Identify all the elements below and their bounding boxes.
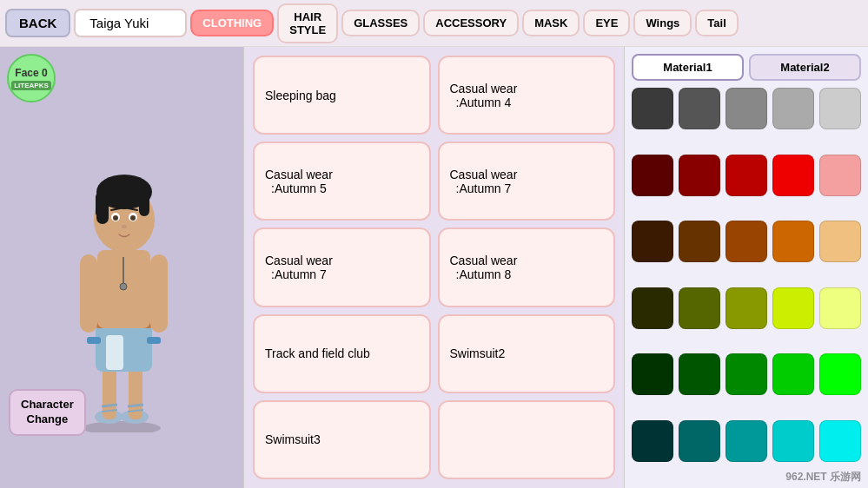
color-swatch-29[interactable] <box>819 420 861 462</box>
color-swatch-9[interactable] <box>819 155 861 196</box>
svg-point-27 <box>122 225 127 228</box>
back-button[interactable]: BACK <box>5 9 70 37</box>
face-badge[interactable]: Face 0 LITEAPKS <box>7 54 56 102</box>
character-preview-panel: Face 0 LITEAPKS <box>0 47 243 488</box>
color-swatch-27[interactable] <box>726 420 767 462</box>
tab-glasses[interactable]: GLASSES <box>341 10 420 36</box>
color-swatch-26[interactable] <box>679 420 720 462</box>
clothing-item-casual-autumn-7b[interactable]: Casual wear :Autumn 7 <box>253 228 431 307</box>
color-swatch-17[interactable] <box>726 287 767 329</box>
svg-rect-20 <box>139 192 149 216</box>
color-swatch-18[interactable] <box>772 287 814 329</box>
color-grid <box>632 88 861 481</box>
material1-tab[interactable]: Material1 <box>632 54 744 81</box>
clothing-item-casual-autumn-5[interactable]: Casual wear :Autumn 5 <box>253 142 431 221</box>
svg-point-0 <box>83 421 161 432</box>
color-swatch-13[interactable] <box>772 221 814 262</box>
color-swatch-6[interactable] <box>679 155 720 196</box>
material2-tab[interactable]: Material2 <box>749 54 861 81</box>
color-swatch-19[interactable] <box>819 287 861 329</box>
svg-line-28 <box>102 405 117 406</box>
clothing-item-sleeping-bag[interactable]: Sleeping bag <box>253 56 431 135</box>
clothing-item-empty[interactable] <box>438 400 616 479</box>
clothing-item-casual-autumn-8[interactable]: Casual wear :Autumn 8 <box>438 228 616 307</box>
clothing-item-swimsuit2[interactable]: Swimsuit2 <box>438 314 616 393</box>
color-swatch-23[interactable] <box>772 353 814 395</box>
color-swatch-14[interactable] <box>819 221 861 262</box>
clothing-list-panel: Sleeping bag Casual wear :Autumn 4 Casua… <box>243 47 625 488</box>
svg-rect-5 <box>96 324 152 372</box>
svg-rect-19 <box>96 192 106 218</box>
tab-clothing[interactable]: CLOTHING <box>190 10 274 36</box>
color-swatch-5[interactable] <box>632 155 673 196</box>
tab-hairstyle[interactable]: HAIR STYLE <box>277 3 338 43</box>
color-swatch-7[interactable] <box>726 155 767 196</box>
clothing-item-casual-autumn-4[interactable]: Casual wear :Autumn 4 <box>438 56 616 135</box>
tab-wings[interactable]: Wings <box>633 10 692 36</box>
color-swatch-12[interactable] <box>726 221 767 262</box>
liteapks-label: LITEAPKS <box>11 81 51 90</box>
svg-point-24 <box>130 215 136 221</box>
clothing-item-swimsuit3[interactable]: Swimsuit3 <box>253 400 431 479</box>
color-swatch-3[interactable] <box>772 88 814 129</box>
clothing-item-track-field[interactable]: Track and field club <box>253 314 431 393</box>
color-swatch-25[interactable] <box>632 420 673 462</box>
color-swatch-0[interactable] <box>632 88 673 129</box>
color-swatch-2[interactable] <box>726 88 767 129</box>
tab-eye[interactable]: EYE <box>583 10 630 36</box>
clothing-item-casual-autumn-7a[interactable]: Casual wear :Autumn 7 <box>438 142 616 221</box>
watermark: 962.NET 乐游网 <box>785 470 861 485</box>
svg-rect-14 <box>150 254 168 333</box>
color-swatch-20[interactable] <box>632 353 673 395</box>
color-swatch-21[interactable] <box>679 353 720 395</box>
tab-tail[interactable]: Tail <box>695 10 738 36</box>
color-swatch-10[interactable] <box>632 221 673 262</box>
tab-mask[interactable]: MASK <box>522 10 580 36</box>
svg-line-29 <box>128 405 143 406</box>
color-swatch-22[interactable] <box>726 353 767 395</box>
main-area: Face 0 LITEAPKS <box>0 47 868 488</box>
color-swatch-15[interactable] <box>632 287 673 329</box>
tab-accessory[interactable]: ACCESSORY <box>423 10 519 36</box>
top-navigation-bar: BACK Taiga Yuki CLOTHING HAIR STYLE GLAS… <box>0 0 868 47</box>
color-swatch-1[interactable] <box>679 88 720 129</box>
svg-point-23 <box>113 215 118 221</box>
color-swatch-24[interactable] <box>819 353 861 395</box>
character-name-display: Taiga Yuki <box>74 9 187 37</box>
character-svg <box>52 102 191 432</box>
material-color-panel: Material1 Material2 <box>625 47 868 488</box>
color-swatch-16[interactable] <box>679 287 720 329</box>
color-swatch-8[interactable] <box>772 155 814 196</box>
color-swatch-4[interactable] <box>819 88 861 129</box>
face-number-label: Face 0 <box>15 67 47 79</box>
color-swatch-28[interactable] <box>772 420 814 462</box>
character-change-button[interactable]: Character Change <box>9 389 86 436</box>
svg-rect-12 <box>147 337 161 344</box>
svg-rect-13 <box>80 254 97 333</box>
material-tabs: Material1 Material2 <box>632 54 861 81</box>
svg-rect-11 <box>87 337 101 344</box>
svg-point-10 <box>120 283 127 290</box>
color-swatch-11[interactable] <box>679 221 720 262</box>
svg-rect-7 <box>106 335 123 370</box>
